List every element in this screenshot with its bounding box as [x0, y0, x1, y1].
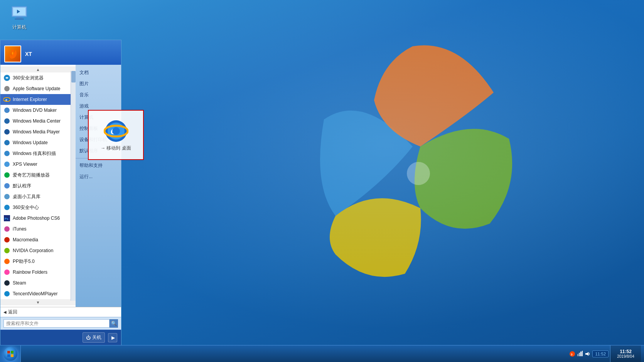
menu-label-rainbow: Rainbow Folders — [13, 269, 47, 275]
macromedia-icon — [3, 236, 10, 243]
start-menu-body: ▲ 360安全浏览器 — [0, 65, 121, 307]
steam-icon — [3, 279, 10, 286]
right-item-music[interactable]: 音乐 — [76, 89, 121, 101]
menu-item-xps[interactable]: XPS Viewer — [0, 159, 76, 170]
fax-icon — [3, 150, 10, 157]
wu-icon — [3, 139, 10, 146]
search-button[interactable]: 🔍 — [110, 319, 118, 328]
menu-item-tencent[interactable]: TencentVideoMPlayer — [0, 288, 76, 299]
dragged-ie-icon[interactable]: e → 移动到 桌面 — [88, 110, 144, 160]
menu-label-xps: XPS Viewer — [13, 162, 37, 167]
right-item-docs[interactable]: 文档 — [76, 67, 121, 78]
start-menu: XT ▲ 360安全浏览器 — [0, 40, 121, 345]
menu-item-wu[interactable]: Windows Update — [0, 137, 76, 148]
start-menu-programs: ▲ 360安全浏览器 — [0, 65, 76, 307]
menu-label-gadgets: 桌面小工具库 — [13, 194, 40, 200]
menu-label-macromedia: Macromedia — [13, 237, 38, 242]
itunes-icon — [3, 226, 10, 232]
tray-icon-360[interactable]: 3 — [569, 351, 575, 357]
svg-point-34 — [4, 194, 10, 199]
svg-point-32 — [4, 172, 10, 178]
tencent-icon — [3, 290, 10, 297]
return-area[interactable]: ◀ 返回 — [0, 307, 121, 317]
svg-point-28 — [4, 129, 10, 135]
user-name: XT — [25, 51, 32, 57]
menu-label-360sec: 360安全中心 — [13, 204, 39, 211]
menu-item-pp[interactable]: PP助手5.0 — [0, 256, 76, 267]
menu-item-itunes[interactable]: iTunes — [0, 224, 76, 234]
rainbow-icon — [3, 269, 10, 276]
scroll-down[interactable]: ▼ — [0, 299, 76, 305]
menu-label-itunes: iTunes — [13, 226, 27, 232]
scroll-up[interactable]: ▲ — [0, 66, 76, 72]
right-item-run[interactable]: 运行... — [76, 171, 121, 182]
start-button[interactable] — [0, 345, 21, 362]
photoshop-icon: Ps — [3, 215, 10, 222]
menu-item-iqiyi[interactable]: 爱奇艺万能播放器 — [0, 170, 76, 180]
desktop-icon-computer[interactable]: 计算机 — [4, 4, 35, 30]
menu-label-photoshop: Adobe Photoshop CS6 — [13, 216, 60, 221]
svg-point-35 — [4, 205, 10, 210]
ie-drag-icon: e — [104, 119, 128, 143]
scrollbar[interactable] — [71, 71, 76, 301]
svg-point-29 — [4, 140, 10, 145]
menu-item-ie[interactable]: e Internet Explorer — [0, 94, 76, 105]
menu-item-macromedia[interactable]: Macromedia — [0, 234, 76, 245]
menu-item-gadgets[interactable]: 桌面小工具库 — [0, 191, 76, 202]
svg-point-31 — [4, 162, 10, 167]
svg-text:Ps: Ps — [5, 217, 8, 221]
wmp-icon — [3, 128, 10, 135]
shutdown-label: 关机 — [92, 334, 101, 341]
menu-item-wmc[interactable]: Windows Media Center — [0, 116, 76, 126]
svg-rect-55 — [582, 351, 583, 356]
start-menu-right: 文档 图片 音乐 游戏 计算机 控制面板 设备和打印机 默认程序 帮助和支持 运… — [76, 65, 121, 307]
xps-icon — [3, 161, 10, 168]
wmc-icon — [3, 118, 10, 125]
menu-label-steam: Steam — [13, 280, 26, 286]
svg-text:3: 3 — [571, 353, 573, 356]
svg-point-49 — [112, 127, 120, 135]
computer-label: 计算机 — [12, 24, 26, 30]
menu-label-nvidia: NVIDIA Corporation — [13, 248, 53, 253]
svg-point-33 — [4, 183, 10, 189]
menu-item-fax[interactable]: Windows 传真和扫描 — [0, 148, 76, 159]
svg-point-42 — [4, 269, 10, 275]
menu-item-360[interactable]: 360安全浏览器 — [0, 72, 76, 83]
ie-icon: e — [3, 96, 10, 103]
menu-label-wmc: Windows Media Center — [13, 118, 61, 124]
svg-rect-4 — [15, 19, 24, 20]
right-item-pics[interactable]: 图片 — [76, 78, 121, 89]
menu-label-wmp: Windows Media Player — [13, 129, 60, 135]
menu-label-iqiyi: 爱奇艺万能播放器 — [13, 172, 50, 178]
svg-rect-52 — [577, 354, 578, 356]
taskbar: 3 — [0, 345, 644, 362]
return-label: 返回 — [8, 309, 17, 315]
svg-point-0 — [407, 162, 430, 185]
menu-item-default[interactable]: 默认程序 — [0, 180, 76, 191]
menu-item-360sec[interactable]: 360安全中心 — [0, 202, 76, 213]
tray-icon-network[interactable] — [577, 351, 583, 357]
menu-item-dvd[interactable]: Windows DVD Maker — [0, 105, 76, 116]
clock-date: 2019/8/04 — [617, 354, 634, 359]
menu-item-wmp[interactable]: Windows Media Player — [0, 126, 76, 137]
menu-label-apple: Apple Software Update — [13, 86, 60, 91]
default-icon — [3, 182, 10, 189]
shutdown-arrow-button[interactable]: ▶ — [108, 333, 117, 342]
menu-item-steam[interactable]: Steam — [0, 278, 76, 288]
tray-icon-volume[interactable] — [585, 351, 591, 357]
menu-item-photoshop[interactable]: Ps Adobe Photoshop CS6 — [0, 213, 76, 224]
scrollbar-thumb[interactable] — [71, 71, 76, 83]
menu-item-rainbow[interactable]: Rainbow Folders — [0, 267, 76, 278]
shutdown-button[interactable]: ⏻ 关机 — [83, 332, 105, 343]
search-input[interactable] — [3, 319, 110, 328]
iqiyi-icon — [3, 172, 10, 178]
start-orb — [3, 347, 17, 361]
menu-item-apple[interactable]: Apple Software Update — [0, 83, 76, 94]
svg-point-38 — [4, 226, 10, 232]
right-item-help[interactable]: 帮助和支持 — [76, 160, 121, 171]
menu-item-nvidia[interactable]: NVIDIA Corporation — [0, 245, 76, 256]
menu-label-ie: Internet Explorer — [13, 97, 47, 102]
svg-rect-54 — [580, 352, 582, 356]
menu-label-pp: PP助手5.0 — [13, 258, 35, 265]
svg-point-30 — [4, 151, 10, 156]
